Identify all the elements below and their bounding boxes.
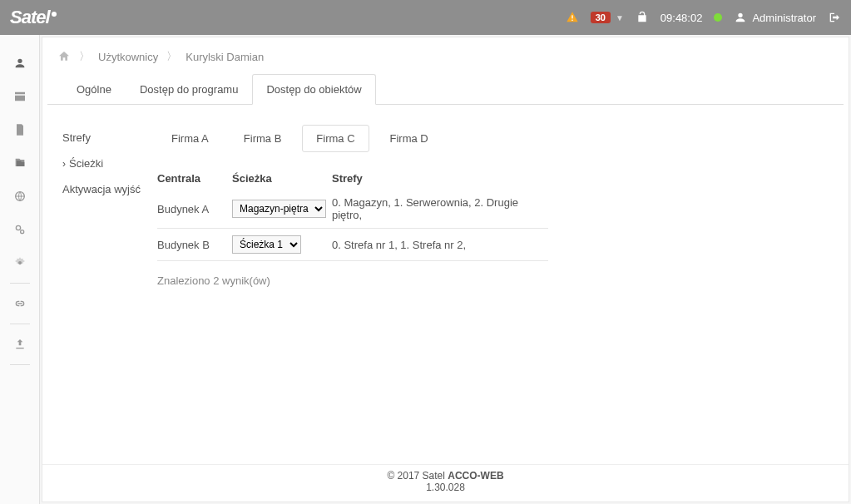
company-tab-d[interactable]: Firma D [376,125,443,152]
user-menu[interactable]: Administrator [734,11,816,24]
left-subnav: Strefy ›Ścieżki Aktywacja wyjść [57,125,157,287]
footer-product: ACCO-WEB [448,470,503,482]
sidebar [0,35,40,504]
subnav-paths-label: Ścieżki [69,157,103,170]
cell-centrala: Budynek A [157,203,232,215]
main-panel: 〉 Użytkownicy 〉 Kurylski Damian Ogólne D… [42,37,849,502]
company-tabs: Firma A Firma B Firma C Firma D [157,125,548,152]
sidebar-item-users[interactable] [0,47,40,80]
sidebar-item-calendar[interactable] [0,80,40,113]
paths-table: Centrala Ścieżka Strefy Budynek A Magazy… [157,167,548,287]
footer: © 2017 Satel ACCO-WEB 1.30.028 [42,464,849,502]
status-dot-icon [714,13,722,22]
tab-program-access[interactable]: Dostęp do programu [126,74,253,105]
cell-strefy: 0. Magazyn, 1. Serwerownia, 2. Drugie pi… [332,196,548,221]
breadcrumb-users[interactable]: Użytkownicy [98,51,158,63]
cell-centrala: Budynek B [157,239,232,251]
path-select[interactable]: Magazyn-piętra [232,200,326,218]
results-count: Znaleziono 2 wynik(ów) [157,261,548,287]
company-tab-c[interactable]: Firma C [302,125,369,152]
unlock-icon[interactable] [636,11,649,24]
sidebar-item-settings[interactable] [0,246,40,279]
chevron-right-icon: › [62,158,66,170]
main-tabs: Ogólne Dostęp do programu Dostęp do obie… [47,74,844,105]
clock-text: 09:48:02 [661,12,703,24]
tab-general[interactable]: Ogólne [62,74,126,105]
svg-point-3 [16,225,20,230]
alert-count: 30 [591,12,611,23]
table-header: Centrala Ścieżka Strefy [157,167,548,190]
brand-text: Satel [10,7,50,28]
home-icon[interactable] [57,50,71,63]
header-centrala: Centrala [157,172,232,185]
alert-badge[interactable]: 30 ▼ [591,12,624,23]
sidebar-item-upload[interactable] [0,328,40,361]
company-tab-a[interactable]: Firma A [157,125,223,152]
footer-copy: © 2017 Satel [387,470,448,482]
table-row: Budynek B Ścieżka 1 0. Strefa nr 1, 1. S… [157,229,548,261]
user-name: Administrator [752,12,816,24]
brand-logo: Satel [10,7,57,28]
company-tab-b[interactable]: Firma B [230,125,296,152]
table-row: Budynek A Magazyn-piętra 0. Magazyn, 1. … [157,190,548,229]
tab-object-access[interactable]: Dostęp do obiektów [252,74,375,105]
footer-version: 1.30.028 [426,482,465,493]
breadcrumb: 〉 Użytkownicy 〉 Kurylski Damian [42,47,849,74]
subnav-paths[interactable]: ›Ścieżki [57,151,157,176]
caret-down-icon: ▼ [616,13,624,22]
subnav-zones[interactable]: Strefy [57,125,157,151]
sidebar-item-files[interactable] [0,146,40,180]
subnav-outputs[interactable]: Aktywacja wyjść [57,176,157,202]
svg-point-4 [20,230,23,234]
cell-strefy: 0. Strefa nr 1, 1. Strefa nr 2, [332,239,548,251]
path-select[interactable]: Ścieżka 1 [232,235,301,254]
svg-rect-1 [571,20,572,21]
svg-rect-0 [571,15,572,18]
topbar: Satel 30 ▼ 09:48:02 Administrator [0,0,851,35]
logout-icon[interactable] [828,11,841,24]
sidebar-item-globe[interactable] [0,180,40,213]
alert-icon[interactable] [566,11,579,24]
sidebar-item-gears[interactable] [0,213,40,246]
sidebar-item-document[interactable] [0,113,40,146]
chevron-right-icon: 〉 [166,49,177,64]
breadcrumb-current: Kurylski Damian [186,51,264,63]
chevron-right-icon: 〉 [79,49,90,64]
status-indicator [714,13,722,22]
header-strefy: Strefy [332,172,548,185]
sidebar-item-link[interactable] [0,287,40,320]
clock: 09:48:02 [661,12,703,24]
header-sciezka: Ścieżka [232,172,332,185]
